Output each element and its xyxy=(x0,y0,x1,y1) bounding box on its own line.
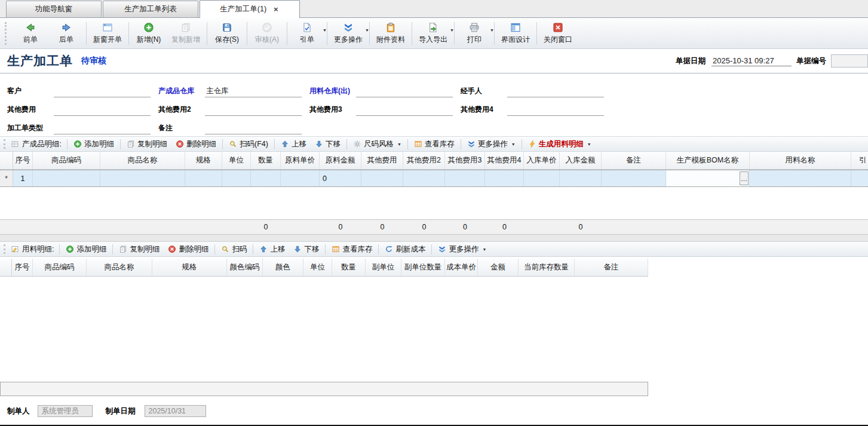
order-type-input[interactable] xyxy=(54,123,151,134)
delete-detail-button[interactable]: 删除明细 xyxy=(164,243,213,256)
column-header[interactable]: 商品编码 xyxy=(33,152,100,169)
add-detail-button[interactable]: 添加明细 xyxy=(62,243,111,256)
column-header[interactable]: 数量 xyxy=(332,259,366,276)
dropdown-caret-icon[interactable]: ▼ xyxy=(365,28,369,32)
column-header[interactable]: 入库金额 xyxy=(560,152,602,169)
column-header[interactable]: 原料单价 xyxy=(281,152,320,169)
view-stock-button[interactable]: 查看库存 xyxy=(327,243,376,256)
size-style-button[interactable]: 尺码风格▼ xyxy=(349,138,406,151)
row-selector[interactable]: * xyxy=(0,170,13,186)
grid-cell[interactable] xyxy=(524,170,560,186)
more-actions-button[interactable]: 更多操作▼ xyxy=(434,243,490,256)
finished-goods-warehouse-input[interactable]: 主仓库 xyxy=(205,86,302,97)
print-button[interactable]: 打印▼ xyxy=(456,19,492,48)
grid-cell[interactable] xyxy=(750,170,851,186)
grid-cell[interactable] xyxy=(281,170,320,186)
move-down-button[interactable]: 下移 xyxy=(311,138,345,151)
attachments-button[interactable]: 附件资料 xyxy=(372,19,410,48)
column-header[interactable]: 引 xyxy=(851,152,868,169)
column-header[interactable]: 商品名称 xyxy=(100,152,185,169)
column-header[interactable]: 单位 xyxy=(222,152,251,169)
grid-cell[interactable] xyxy=(251,170,281,186)
column-header[interactable]: 入库单价 xyxy=(524,152,560,169)
column-header[interactable]: 金额 xyxy=(478,259,519,276)
more-actions-button[interactable]: 更多操作▼ xyxy=(329,19,367,48)
prev-order-button[interactable]: 前单 xyxy=(13,19,48,48)
tab-order-detail[interactable]: 生产加工单(1)× xyxy=(200,0,300,18)
copy-detail-button[interactable]: 复制明细 xyxy=(122,138,171,151)
grid-cell[interactable] xyxy=(445,170,485,186)
material-warehouse-out-input[interactable] xyxy=(356,86,453,97)
column-header[interactable]: 颜色 xyxy=(263,259,303,276)
column-header[interactable]: 备注 xyxy=(602,152,666,169)
column-header[interactable]: 当前库存数量 xyxy=(519,259,575,276)
column-header[interactable]: 其他费用3 xyxy=(445,152,485,169)
view-stock-button[interactable]: 查看库存 xyxy=(410,138,459,151)
grid-cell[interactable] xyxy=(33,170,100,186)
grid-cell[interactable]: 0 xyxy=(320,170,361,186)
grid-cell[interactable] xyxy=(185,170,222,186)
more-actions-button[interactable]: 更多操作▼ xyxy=(463,138,520,151)
remark-input[interactable] xyxy=(205,123,302,134)
grid-cell[interactable] xyxy=(560,170,602,186)
add-new-button[interactable]: 新增(N) xyxy=(131,19,167,48)
doc-number-input[interactable] xyxy=(831,54,868,68)
column-header[interactable]: 序号 xyxy=(12,259,33,276)
move-down-button[interactable]: 下移 xyxy=(289,243,323,256)
bom-lookup-button[interactable]: … xyxy=(740,171,749,185)
other-fee2-input[interactable] xyxy=(205,105,302,116)
scan-code-button[interactable]: 扫码 xyxy=(217,243,251,256)
other-fee4-input[interactable] xyxy=(507,105,604,116)
add-detail-button[interactable]: 添加明细 xyxy=(69,138,118,151)
column-header[interactable]: 商品编码 xyxy=(33,259,87,276)
doc-date-input[interactable]: 2025-10-31 09:27 xyxy=(711,56,792,66)
column-header[interactable]: 原料金额 xyxy=(320,152,361,169)
refresh-cost-button[interactable]: 刷新成本 xyxy=(381,243,430,256)
finished-goods-warehouse-label[interactable]: 产成品仓库 xyxy=(158,86,205,97)
column-header[interactable]: 商品名称 xyxy=(87,259,152,276)
column-header[interactable]: 备注 xyxy=(575,259,648,276)
dropdown-caret-icon[interactable]: ▼ xyxy=(323,28,327,32)
delete-detail-button[interactable]: 删除明细 xyxy=(171,138,220,151)
next-order-button[interactable]: 后单 xyxy=(48,19,84,48)
column-header[interactable]: 其他费用2 xyxy=(403,152,445,169)
column-header[interactable]: 单位 xyxy=(303,259,332,276)
grid-cell[interactable] xyxy=(100,170,185,186)
tab-function-nav[interactable]: 功能导航窗 xyxy=(6,1,102,17)
grid-cell[interactable]: 1 xyxy=(13,170,33,186)
move-up-button[interactable]: 上移 xyxy=(255,243,289,256)
other-fee-input[interactable] xyxy=(54,105,151,116)
grid-cell[interactable] xyxy=(361,170,403,186)
column-header[interactable]: 规格 xyxy=(185,152,222,169)
grid-cell[interactable] xyxy=(485,170,524,186)
grid-cell[interactable] xyxy=(403,170,445,186)
dropdown-caret-icon[interactable]: ▼ xyxy=(450,28,454,32)
save-button[interactable]: 保存(S) xyxy=(209,19,245,48)
dropdown-caret-icon[interactable]: ▼ xyxy=(490,28,494,32)
generate-material-detail-button[interactable]: 生成用料明细▼ xyxy=(524,138,596,151)
copy-detail-button[interactable]: 复制明细 xyxy=(115,243,164,256)
grid-cell[interactable] xyxy=(602,170,666,186)
column-header[interactable]: 副单位数量 xyxy=(401,259,445,276)
column-header[interactable]: 成本单价 xyxy=(445,259,478,276)
customer-input[interactable] xyxy=(54,86,151,97)
column-header[interactable]: 副单位 xyxy=(366,259,401,276)
move-up-button[interactable]: 上移 xyxy=(277,138,311,151)
tab-order-list[interactable]: 生产加工单列表 xyxy=(103,1,198,17)
handler-input[interactable] xyxy=(507,86,604,97)
grid-cell[interactable] xyxy=(851,170,868,186)
column-header[interactable]: 其他费用4 xyxy=(485,152,524,169)
material-warehouse-out-label[interactable]: 用料仓库(出) xyxy=(309,86,356,97)
ui-design-button[interactable]: 界面设计 xyxy=(496,19,535,48)
new-window-order-button[interactable]: 新窗开单 xyxy=(88,19,127,48)
column-header[interactable]: 数量 xyxy=(251,152,281,169)
import-export-button[interactable]: 导入导出▼ xyxy=(414,19,452,48)
column-header[interactable]: 颜色编码 xyxy=(227,259,263,276)
close-window-button[interactable]: 关闭窗口 xyxy=(539,19,577,48)
grid-cell[interactable] xyxy=(222,170,251,186)
column-header[interactable]: 规格 xyxy=(152,259,227,276)
column-header[interactable]: 生产模板BOM名称 xyxy=(666,152,750,169)
grid-cell[interactable]: … xyxy=(666,170,750,186)
close-tab-icon[interactable]: × xyxy=(272,5,280,14)
other-fee3-input[interactable] xyxy=(356,105,453,116)
